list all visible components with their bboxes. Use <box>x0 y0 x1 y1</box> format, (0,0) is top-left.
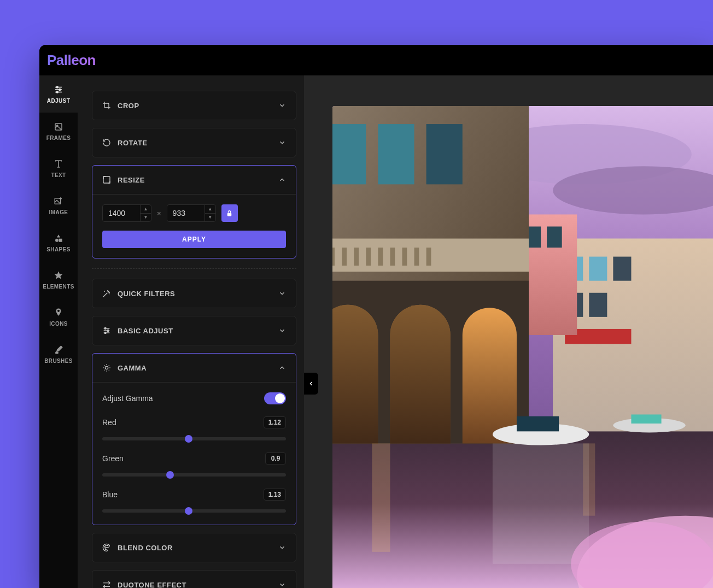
gamma-green-slider[interactable] <box>102 473 286 477</box>
svg-rect-68 <box>390 248 395 266</box>
gamma-blue-thumb[interactable] <box>185 507 192 515</box>
width-up[interactable]: ▲ <box>141 205 151 214</box>
gamma-blue-slider[interactable] <box>102 509 286 513</box>
svg-rect-50 <box>613 257 631 281</box>
collapse-sidebar-button[interactable] <box>304 373 318 395</box>
panel-header-blend-color[interactable]: BLEND COLOR <box>92 533 296 562</box>
gamma-red-row: Red 1.12 <box>102 416 286 428</box>
panel-crop: CROP <box>92 91 296 120</box>
width-down[interactable]: ▼ <box>141 214 151 222</box>
svg-rect-64 <box>342 248 347 266</box>
gamma-toggle[interactable] <box>264 392 286 404</box>
rail-label: ADJUST <box>47 98 70 104</box>
svg-rect-67 <box>378 248 383 266</box>
lock-aspect-button[interactable] <box>221 204 238 222</box>
svg-rect-25 <box>105 328 106 330</box>
chevron-down-icon <box>278 327 286 334</box>
rail-item-elements[interactable]: ELEMENTS <box>39 261 78 298</box>
chevron-down-icon <box>278 544 286 551</box>
height-down[interactable]: ▼ <box>205 214 215 222</box>
gamma-red-thumb[interactable] <box>185 435 192 443</box>
shapes-icon <box>54 233 63 243</box>
rail-item-icons[interactable]: ICONS <box>39 298 78 336</box>
svg-rect-71 <box>426 248 431 266</box>
panel-title: BASIC ADJUST <box>118 327 173 335</box>
height-input-wrap: ▲ ▼ <box>167 204 216 222</box>
canvas-image[interactable] <box>332 106 713 588</box>
panel-title: QUICK FILTERS <box>118 290 175 298</box>
svg-rect-74 <box>517 416 559 432</box>
svg-marker-16 <box>55 271 63 279</box>
height-spinner: ▲ ▼ <box>204 205 215 221</box>
svg-point-7 <box>57 125 58 126</box>
panel-resize: RESIZE ▲ ▼ × <box>92 165 296 258</box>
svg-line-35 <box>104 370 104 371</box>
resize-body: ▲ ▼ × ▲ ▼ <box>92 194 296 258</box>
times-symbol: × <box>157 209 161 217</box>
rail-label: FRAMES <box>46 135 71 141</box>
rail-label: ELEMENTS <box>43 284 74 290</box>
rail-item-image[interactable]: IMAGE <box>39 187 78 224</box>
svg-rect-69 <box>402 248 407 266</box>
svg-line-32 <box>109 370 109 371</box>
svg-rect-17 <box>103 177 110 183</box>
resize-inputs: ▲ ▼ × ▲ ▼ <box>102 204 286 222</box>
tool-rail: ADJUST FRAMES TEXT IMAGE SHAPES ELEMENTS <box>39 75 78 588</box>
lock-icon <box>226 210 233 217</box>
svg-rect-76 <box>631 414 661 424</box>
rail-item-text[interactable]: TEXT <box>39 150 78 187</box>
rotate-icon <box>102 138 111 147</box>
rail-item-adjust[interactable]: ADJUST <box>39 75 78 113</box>
app-window: Palleon ADJUST FRAMES TEXT IMAGE S <box>39 45 713 588</box>
svg-point-28 <box>105 366 108 369</box>
rail-item-shapes[interactable]: SHAPES <box>39 224 78 261</box>
height-input[interactable] <box>167 209 204 217</box>
svg-rect-79 <box>583 443 595 515</box>
panel-title: RESIZE <box>118 176 145 184</box>
rail-label: TEXT <box>51 172 66 178</box>
svg-point-37 <box>104 546 105 547</box>
rail-item-frames[interactable]: FRAMES <box>39 113 78 150</box>
svg-rect-18 <box>227 213 232 215</box>
svg-rect-60 <box>426 124 463 184</box>
svg-marker-13 <box>57 234 60 237</box>
svg-line-36 <box>109 365 109 366</box>
panel-title: GAMMA <box>118 364 147 372</box>
svg-point-38 <box>106 545 106 545</box>
width-input-wrap: ▲ ▼ <box>102 204 151 222</box>
brush-icon <box>54 345 63 355</box>
logo: Palleon <box>47 52 96 69</box>
panel-header-gamma[interactable]: GAMMA <box>92 354 296 382</box>
gamma-red-label: Red <box>102 418 116 427</box>
gamma-green-thumb[interactable] <box>166 471 174 479</box>
height-up[interactable]: ▲ <box>205 205 215 214</box>
apply-button[interactable]: APPLY <box>102 231 286 248</box>
panel-header-resize[interactable]: RESIZE <box>92 166 296 194</box>
panel-header-duotone[interactable]: DUOTONE EFFECT <box>92 571 296 588</box>
chevron-down-icon <box>278 139 286 146</box>
resize-icon <box>102 175 111 184</box>
panel-title: BLEND COLOR <box>118 544 173 552</box>
svg-rect-78 <box>372 443 390 551</box>
star-icon <box>54 271 63 280</box>
svg-point-4 <box>59 89 61 90</box>
panel-header-quick-filters[interactable]: QUICK FILTERS <box>92 279 296 308</box>
svg-rect-70 <box>414 248 419 266</box>
rail-item-brushes[interactable]: BRUSHES <box>39 336 78 373</box>
panel-header-rotate[interactable]: ROTATE <box>92 128 296 157</box>
canvas-area <box>304 75 713 588</box>
rail-label: BRUSHES <box>44 358 73 364</box>
svg-rect-15 <box>59 238 62 242</box>
text-icon <box>54 159 63 169</box>
svg-point-39 <box>107 545 108 545</box>
chevron-down-icon <box>278 290 286 297</box>
gamma-red-value: 1.12 <box>264 416 286 428</box>
panel-header-crop[interactable]: CROP <box>92 91 296 120</box>
panel-rotate: ROTATE <box>92 128 296 157</box>
gamma-green-label: Green <box>102 454 124 463</box>
panel-header-basic-adjust[interactable]: BASIC ADJUST <box>92 316 296 345</box>
gamma-red-slider[interactable] <box>102 437 286 440</box>
svg-rect-56 <box>547 227 562 248</box>
rail-label: SHAPES <box>46 246 71 252</box>
width-input[interactable] <box>103 209 140 217</box>
